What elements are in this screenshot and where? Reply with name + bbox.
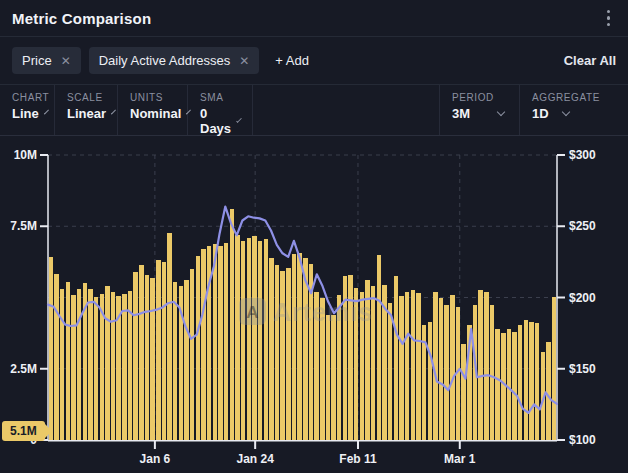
metric-chip-daily-active-addresses[interactable]: Daily Active Addresses ✕ [89,47,260,74]
daa-bar[interactable] [495,329,499,440]
add-metric-button[interactable]: + Add [275,53,309,68]
daa-bar[interactable] [94,297,98,440]
daa-bar[interactable] [218,246,222,440]
daa-bar[interactable] [54,274,58,440]
daa-bar[interactable] [235,235,239,440]
daa-bar[interactable] [88,289,92,440]
daa-bar[interactable] [552,297,556,440]
daa-bar[interactable] [269,258,273,440]
daa-bar[interactable] [512,332,516,440]
daa-bar[interactable] [399,296,403,440]
chevron-down-icon [111,110,116,115]
x-axis-label: Mar 1 [444,452,476,466]
daa-bar[interactable] [264,239,268,440]
units-select[interactable]: UNITS Nominal [118,85,188,135]
daa-bar[interactable] [450,295,454,440]
watermark-logo-icon: A [246,303,258,322]
daa-bar[interactable] [286,268,290,440]
daa-bar[interactable] [297,253,301,440]
daa-bar[interactable] [184,280,188,440]
daa-bar[interactable] [49,257,53,440]
daa-bar[interactable] [150,278,154,440]
metric-chip-price[interactable]: Price ✕ [12,47,81,74]
daa-bar[interactable] [388,303,392,440]
control-value: Linear [67,106,106,121]
daa-bar[interactable] [275,265,279,440]
daa-bar[interactable] [280,271,284,440]
daa-bar[interactable] [252,236,256,440]
daa-bar[interactable] [71,295,75,440]
daa-bar[interactable] [247,238,251,440]
control-label: SMA [200,92,240,103]
daa-bar[interactable] [196,256,200,440]
daa-bar[interactable] [490,305,494,440]
remove-chip-icon[interactable]: ✕ [239,55,249,67]
watermark: AArtemis [239,298,373,326]
panel-header: Metric Comparison [0,0,628,37]
daa-bar[interactable] [326,315,330,440]
chart-type-select[interactable]: CHART Line [0,85,55,135]
daa-bar[interactable] [133,272,137,440]
right-axis-label: $200 [569,291,596,305]
left-axis-label: 2.5M [10,362,37,376]
chart-area[interactable]: AArtemis10M7.5M2.5M0$300$250$200$150$100… [0,136,628,473]
left-axis-current-badge: 5.1M [2,421,45,441]
clear-all-button[interactable]: Clear All [564,53,616,68]
daa-bar[interactable] [105,286,109,440]
daa-bar[interactable] [213,244,217,440]
daa-bar[interactable] [241,241,245,441]
daa-bar[interactable] [230,209,234,440]
daa-bar[interactable] [201,249,205,440]
daa-bar[interactable] [428,322,432,440]
right-axis-label: $150 [569,362,596,376]
daa-bar[interactable] [139,265,143,440]
daa-bar[interactable] [529,322,533,440]
sma-select[interactable]: SMA 0 Days [188,85,253,135]
daa-bar[interactable] [292,254,296,440]
remove-chip-icon[interactable]: ✕ [61,55,71,67]
aggregate-select[interactable]: AGGREGATE 1D [520,85,628,135]
control-value: 0 Days [200,106,231,136]
daa-bar[interactable] [331,315,335,440]
daa-bar[interactable] [224,243,228,440]
daa-bar[interactable] [167,233,171,440]
scale-select[interactable]: SCALE Linear [55,85,118,135]
daa-bar[interactable] [416,293,420,440]
daa-bar[interactable] [60,289,64,440]
daa-bar[interactable] [122,294,126,440]
daa-bar[interactable] [524,320,528,440]
right-axis-label: $100 [569,433,596,447]
daa-bar[interactable] [461,344,465,440]
daa-bar[interactable] [156,260,160,440]
chevron-down-icon [44,110,49,115]
daa-bar[interactable] [444,305,448,440]
daa-bar[interactable] [145,275,149,440]
daa-bar[interactable] [518,325,522,440]
daa-bar[interactable] [190,269,194,440]
control-label: CHART [12,92,42,103]
daa-bar[interactable] [77,289,81,440]
daa-bar[interactable] [484,292,488,440]
daa-bar[interactable] [546,342,550,440]
x-axis-label: Jan 24 [236,452,274,466]
daa-bar[interactable] [377,255,381,440]
daa-bar[interactable] [478,290,482,440]
daa-bar[interactable] [507,329,511,440]
daa-bar[interactable] [394,276,398,440]
daa-bar[interactable] [535,323,539,440]
daa-bar[interactable] [405,292,409,440]
chip-label: Daily Active Addresses [99,53,231,68]
daa-bar[interactable] [501,333,505,440]
daa-bar[interactable] [439,298,443,440]
combo-chart[interactable]: AArtemis10M7.5M2.5M0$300$250$200$150$100… [0,136,628,473]
daa-bar[interactable] [411,290,415,440]
period-select[interactable]: PERIOD 3M [440,85,520,135]
control-label: AGGREGATE [532,92,616,103]
daa-bar[interactable] [111,292,115,440]
kebab-menu-icon[interactable] [601,6,617,31]
page-title: Metric Comparison [12,10,151,27]
daa-bar[interactable] [162,262,166,440]
daa-bar[interactable] [66,282,70,440]
daa-bar[interactable] [258,241,262,440]
controls-spacer [253,85,440,135]
